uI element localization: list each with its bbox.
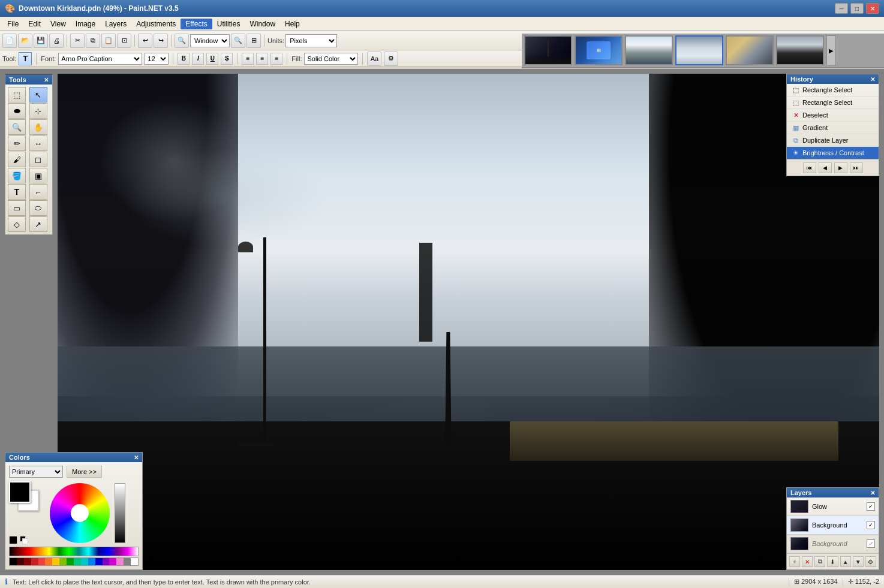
clone-stamp-tool-btn[interactable]: ↗ bbox=[29, 216, 47, 232]
thumbnail-6[interactable] bbox=[776, 35, 824, 65]
history-item-1[interactable]: ⬚ Rectangle Select bbox=[787, 97, 879, 109]
menu-image[interactable]: Image bbox=[71, 19, 100, 29]
pan-tool-btn[interactable]: ✋ bbox=[29, 119, 47, 135]
menu-edit[interactable]: Edit bbox=[23, 19, 46, 29]
gradient-tool-btn[interactable]: ▣ bbox=[29, 168, 47, 183]
thumbnail-3[interactable] bbox=[625, 35, 673, 65]
layer-visibility-background[interactable]: ✓ bbox=[867, 521, 875, 529]
layer-add-button[interactable]: + bbox=[789, 556, 800, 567]
color-mode-select[interactable]: Primary Secondary bbox=[9, 466, 63, 478]
menu-adjustments[interactable]: Adjustments bbox=[131, 19, 181, 29]
palette-yellow[interactable] bbox=[52, 558, 59, 565]
palette-purple[interactable] bbox=[103, 558, 110, 565]
align-center-button[interactable]: ≡ bbox=[256, 53, 268, 65]
crop-button[interactable]: ⊡ bbox=[117, 34, 131, 48]
cut-button[interactable]: ✂ bbox=[70, 34, 85, 48]
more-colors-button[interactable]: More >> bbox=[67, 466, 102, 478]
palette-white[interactable] bbox=[131, 558, 138, 565]
history-close-icon[interactable]: ✕ bbox=[870, 76, 875, 83]
history-prev-button[interactable]: ◀ bbox=[819, 162, 832, 173]
palette-blue-light[interactable] bbox=[88, 558, 95, 565]
units-select[interactable]: Pixels Inches Centimeters bbox=[285, 34, 337, 47]
minimize-button[interactable]: ─ bbox=[835, 3, 848, 14]
save-button[interactable]: 💾 bbox=[34, 34, 48, 48]
freeform-shape-tool-btn[interactable]: ◇ bbox=[8, 216, 26, 232]
canvas-area[interactable] bbox=[58, 74, 879, 570]
color-wheel[interactable] bbox=[50, 483, 110, 543]
antialiasing-button[interactable]: Aa bbox=[367, 52, 381, 66]
palette-magenta[interactable] bbox=[109, 558, 116, 565]
magic-wand-tool-btn[interactable]: ⊹ bbox=[29, 103, 47, 119]
layer-item-glow[interactable]: Glow ✓ bbox=[787, 497, 879, 516]
palette-green[interactable] bbox=[67, 558, 74, 565]
ellipse-shape-tool-btn[interactable]: ⬭ bbox=[29, 200, 47, 216]
color-palette-strip[interactable] bbox=[9, 547, 139, 556]
color-brightness-bar[interactable] bbox=[115, 483, 125, 543]
open-button[interactable]: 📂 bbox=[18, 34, 32, 48]
close-button[interactable]: ✕ bbox=[866, 3, 879, 14]
history-item-0[interactable]: ⬚ Rectangle Select bbox=[787, 84, 879, 97]
rectangle-select-tool-btn[interactable]: ⬚ bbox=[8, 87, 26, 102]
bold-button[interactable]: B bbox=[178, 53, 190, 65]
font-size-select[interactable]: 12 bbox=[145, 53, 169, 65]
text-tool-btn[interactable]: T bbox=[8, 184, 26, 200]
menu-utilities[interactable]: Utilities bbox=[212, 19, 245, 29]
layer-move-up-button[interactable]: ▲ bbox=[840, 556, 851, 567]
palette-yellow-green[interactable] bbox=[59, 558, 67, 565]
palette-orange[interactable] bbox=[45, 558, 52, 565]
zoom-in-button[interactable]: 🔍 bbox=[231, 34, 245, 48]
paste-button[interactable]: 📋 bbox=[101, 34, 116, 48]
zoom-mode-select[interactable]: Window 50% 100% bbox=[190, 34, 230, 47]
copy-button[interactable]: ⧉ bbox=[86, 34, 100, 48]
layers-close-icon[interactable]: ✕ bbox=[870, 490, 875, 496]
history-item-5[interactable]: ☀ Brightness / Contrast bbox=[787, 147, 879, 159]
layer-properties-button[interactable]: ⚙ bbox=[865, 556, 876, 567]
print-button[interactable]: 🖨 bbox=[49, 34, 64, 48]
layer-item-background[interactable]: Background ✓ bbox=[787, 516, 879, 535]
menu-window[interactable]: Window bbox=[245, 19, 280, 29]
zoom-tool-btn[interactable]: 🔍 bbox=[8, 119, 26, 135]
thumbnail-scroll-right[interactable]: ▶ bbox=[826, 35, 836, 65]
history-item-2[interactable]: ✕ Deselect bbox=[787, 109, 879, 122]
rendering-button[interactable]: ⚙ bbox=[384, 52, 398, 66]
fill-mode-select[interactable]: Solid Color Gradient bbox=[304, 53, 358, 65]
layer-delete-button[interactable]: ✕ bbox=[802, 556, 813, 567]
font-family-select[interactable]: Arno Pro Caption bbox=[58, 53, 142, 65]
palette-teal-green[interactable] bbox=[74, 558, 81, 565]
palette-red[interactable] bbox=[31, 558, 38, 565]
zoom-out-button[interactable]: 🔍 bbox=[175, 34, 189, 48]
shapes-tool-btn[interactable]: ▭ bbox=[8, 200, 26, 216]
lasso-select-tool-btn[interactable]: ⬬ bbox=[8, 103, 26, 119]
line-curve-tool-btn[interactable]: ⌐ bbox=[29, 184, 47, 200]
history-last-button[interactable]: ⏭ bbox=[850, 162, 863, 173]
colors-close-icon[interactable]: ✕ bbox=[134, 454, 139, 461]
black-swatch[interactable] bbox=[9, 536, 17, 544]
tools-close-icon[interactable]: ✕ bbox=[44, 77, 49, 83]
palette-cyan[interactable] bbox=[81, 558, 88, 565]
thumbnail-5[interactable] bbox=[726, 35, 774, 65]
underline-button[interactable]: U bbox=[206, 53, 218, 65]
layer-visibility-glow[interactable]: ✓ bbox=[867, 502, 875, 511]
menu-help[interactable]: Help bbox=[280, 19, 305, 29]
italic-button[interactable]: I bbox=[192, 53, 204, 65]
thumbnail-4[interactable] bbox=[675, 35, 723, 65]
layer-move-down-button[interactable]: ▼ bbox=[853, 556, 864, 567]
layer-duplicate-button[interactable]: ⧉ bbox=[814, 556, 825, 567]
undo-button[interactable]: ↩ bbox=[138, 34, 152, 48]
foreground-color-swatch[interactable] bbox=[9, 481, 31, 503]
palette-black[interactable] bbox=[10, 558, 17, 565]
palette-gray[interactable] bbox=[124, 558, 131, 565]
history-item-3[interactable]: ▦ Gradient bbox=[787, 122, 879, 134]
palette-blue[interactable] bbox=[95, 558, 103, 565]
layer-item-background-italic[interactable]: Background ✓ bbox=[787, 535, 879, 553]
history-next-button[interactable]: ▶ bbox=[834, 162, 847, 173]
align-left-button[interactable]: ≡ bbox=[242, 53, 254, 65]
eraser-tool-btn[interactable]: ◻ bbox=[29, 152, 47, 167]
redo-button[interactable]: ↪ bbox=[154, 34, 168, 48]
recolor-tool-btn[interactable]: ↔ bbox=[29, 135, 47, 151]
new-button[interactable]: 📄 bbox=[2, 34, 17, 48]
history-first-button[interactable]: ⏮ bbox=[803, 162, 816, 173]
move-tool-btn[interactable]: ↖ bbox=[29, 87, 47, 102]
strikethrough-button[interactable]: S bbox=[221, 53, 233, 65]
menu-effects[interactable]: Effects bbox=[181, 19, 212, 29]
